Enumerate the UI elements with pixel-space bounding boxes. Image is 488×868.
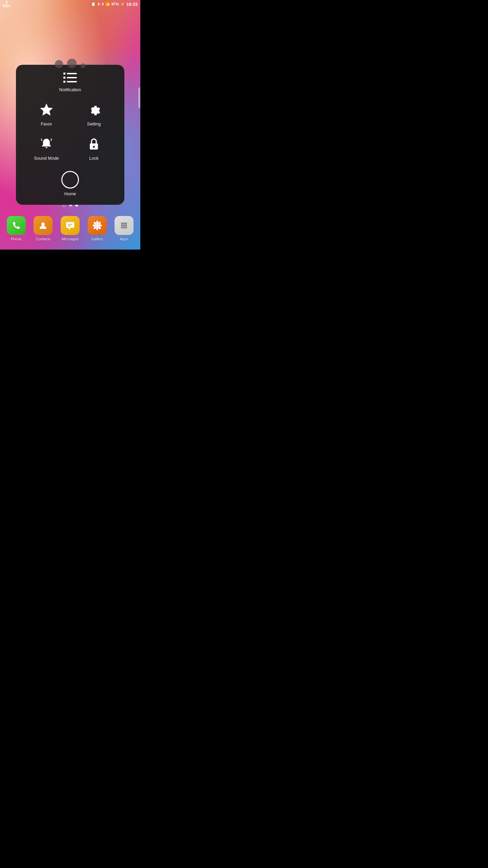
home-circle-icon[interactable] xyxy=(61,171,79,189)
apps-icon xyxy=(115,216,134,235)
home-item[interactable]: Home xyxy=(60,169,81,198)
network-speed: 0KB/s xyxy=(3,0,11,8)
sound-mode-label: Sound Mode xyxy=(34,156,59,161)
dock-item-contacts[interactable]: Contacts xyxy=(34,216,53,241)
status-icon-1: 📋 xyxy=(91,2,96,6)
notification-item[interactable]: Notification xyxy=(59,72,81,92)
contacts-label: Contacts xyxy=(36,237,50,241)
svg-rect-5 xyxy=(67,81,77,82)
clock: 16:33 xyxy=(126,2,138,7)
dock: Phone Contacts Messages xyxy=(0,211,140,250)
svg-rect-2 xyxy=(63,77,65,79)
quick-menu-popup: Notification Favor Setting xyxy=(16,65,124,205)
phone-icon xyxy=(7,216,26,235)
svg-point-29 xyxy=(121,226,123,229)
bell-icon xyxy=(39,137,54,153)
favor-item[interactable]: Favor xyxy=(23,97,70,132)
bubble-1 xyxy=(55,60,63,68)
messages-label: Messages xyxy=(62,237,79,241)
svg-point-16 xyxy=(96,227,98,230)
lock-icon xyxy=(87,137,101,153)
gallery-label: Gallery xyxy=(91,237,103,241)
bubble-3 xyxy=(81,63,85,68)
svg-marker-11 xyxy=(68,228,70,230)
svg-point-25 xyxy=(125,222,127,224)
svg-point-23 xyxy=(121,222,123,224)
dock-item-gallery[interactable]: Gallery xyxy=(88,216,107,241)
lock-label: Lock xyxy=(89,156,98,161)
favor-label: Favor xyxy=(41,121,52,126)
status-right: 📋 ⬆ ✗ 📶 97% ⚡ 16:33 xyxy=(91,2,138,7)
svg-point-27 xyxy=(123,224,125,226)
svg-point-31 xyxy=(125,226,127,229)
home-label: Home xyxy=(64,191,76,196)
signal-bars-icon: 📶 xyxy=(105,2,110,6)
svg-rect-1 xyxy=(67,73,77,74)
dock-item-phone[interactable]: Phone xyxy=(7,216,26,241)
apps-label: Apps xyxy=(120,237,128,241)
bubble-2 xyxy=(67,59,77,68)
svg-rect-3 xyxy=(67,77,77,78)
menu-grid: Favor Setting xyxy=(23,97,118,166)
gear-icon xyxy=(87,102,101,119)
contacts-icon xyxy=(34,216,53,235)
svg-rect-13 xyxy=(68,225,71,226)
setting-item[interactable]: Setting xyxy=(70,97,118,132)
svg-point-24 xyxy=(123,222,125,224)
setting-label: Setting xyxy=(87,121,101,126)
svg-rect-12 xyxy=(68,224,73,225)
svg-point-15 xyxy=(96,221,98,224)
battery-icon: ⚡ xyxy=(120,2,125,6)
dock-item-apps[interactable]: Apps xyxy=(115,216,134,241)
svg-point-8 xyxy=(93,146,95,148)
phone-label: Phone xyxy=(11,237,22,241)
status-bar: 0KB/s 📋 ⬆ ✗ 📶 97% ⚡ 16:33 xyxy=(0,0,140,8)
sidebar-handle[interactable] xyxy=(138,87,140,108)
status-icon-2: ⬆ xyxy=(97,2,100,6)
dock-item-messages[interactable]: Messages xyxy=(61,216,80,241)
svg-rect-10 xyxy=(66,222,74,228)
signal-mute-icon: ✗ xyxy=(101,2,104,6)
svg-point-26 xyxy=(121,224,123,226)
svg-point-30 xyxy=(123,226,125,229)
svg-point-18 xyxy=(99,224,102,226)
battery-percent: 97% xyxy=(111,2,119,6)
svg-point-17 xyxy=(93,224,96,226)
list-icon xyxy=(63,72,77,86)
sound-mode-item[interactable]: Sound Mode xyxy=(23,132,70,166)
notification-label: Notification xyxy=(59,87,81,92)
star-icon xyxy=(39,102,54,119)
svg-rect-0 xyxy=(63,73,65,75)
messages-icon xyxy=(61,216,80,235)
lock-item[interactable]: Lock xyxy=(70,132,118,166)
svg-marker-6 xyxy=(40,103,53,116)
gallery-icon xyxy=(88,216,107,235)
menu-bubbles xyxy=(55,59,85,68)
status-left: 0KB/s xyxy=(3,0,11,8)
svg-point-14 xyxy=(96,224,99,227)
svg-rect-4 xyxy=(63,81,65,83)
svg-point-28 xyxy=(125,224,127,226)
svg-point-9 xyxy=(41,222,45,226)
